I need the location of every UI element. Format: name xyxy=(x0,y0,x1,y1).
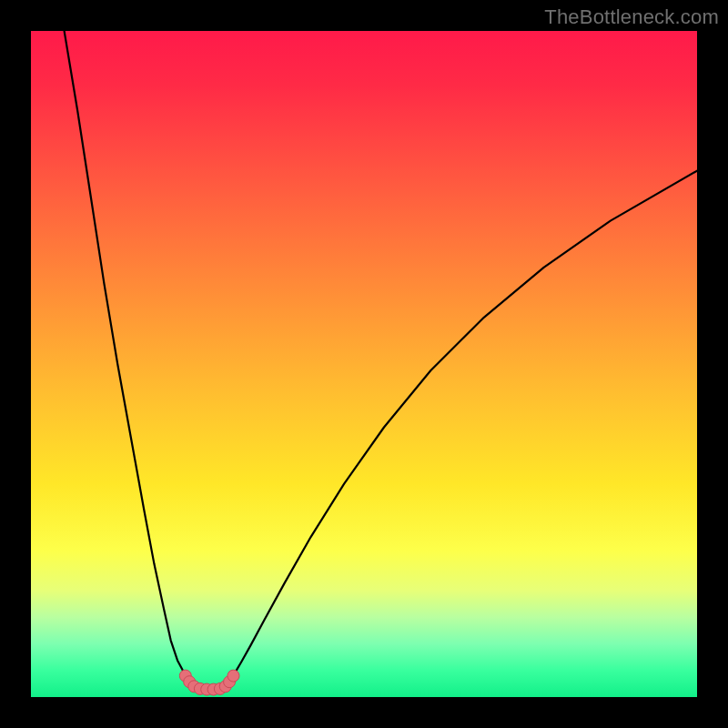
plot-area xyxy=(31,31,697,697)
outer-frame: TheBottleneck.com xyxy=(0,0,728,728)
trough-markers xyxy=(179,670,239,695)
chart-svg xyxy=(31,31,697,697)
watermark-text: TheBottleneck.com xyxy=(544,5,719,29)
trough-marker-dot xyxy=(228,670,239,682)
curve-left xyxy=(65,31,197,688)
curve-right xyxy=(223,171,697,688)
